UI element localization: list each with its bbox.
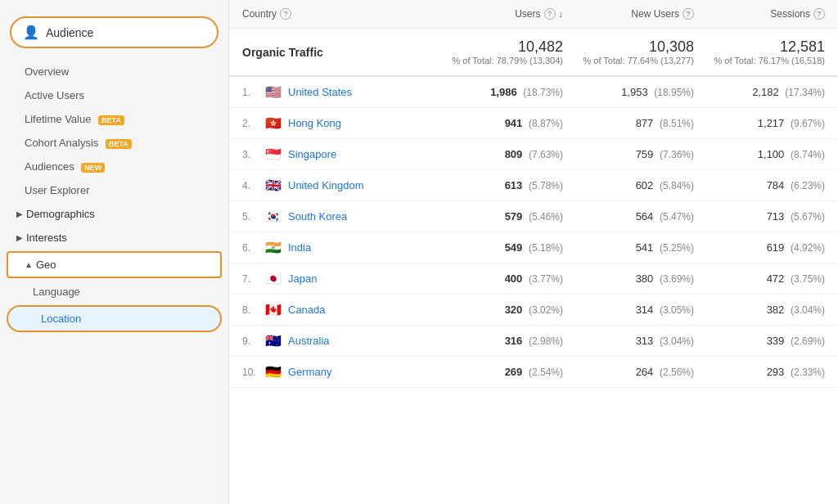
sessions-pct: (2.69%): [791, 335, 825, 347]
main-content: Country ? Users ? ↓ New Users ? Sessions…: [229, 0, 838, 504]
sidebar-item-audiences[interactable]: Audiences NEW: [0, 155, 228, 178]
users-help-icon[interactable]: ?: [544, 8, 556, 20]
users-value: 316: [505, 335, 523, 347]
new-users-cell: 877 (8.51%): [563, 117, 694, 129]
users-cell: 941 (8.87%): [432, 117, 563, 129]
organic-users-value: 10,482: [432, 38, 563, 56]
country-cell: 3. 🇸🇬 Singapore: [242, 146, 432, 162]
sessions-value: 472: [767, 272, 785, 285]
new-badge: NEW: [81, 163, 105, 173]
table-row: 2. 🇭🇰 Hong Kong 941 (8.87%) 877 (8.51%) …: [229, 108, 838, 139]
country-link[interactable]: Hong Kong: [288, 117, 341, 129]
users-pct: (5.78%): [529, 180, 563, 191]
sidebar-item-language[interactable]: Language: [0, 280, 228, 304]
sessions-value: 1,217: [758, 117, 785, 129]
new-users-cell: 313 (3.04%): [563, 335, 694, 347]
users-value: 400: [505, 272, 523, 285]
sessions-value: 784: [767, 179, 785, 191]
users-pct: (18.73%): [523, 87, 563, 98]
country-link[interactable]: Singapore: [288, 148, 336, 160]
country-link[interactable]: United States: [288, 86, 352, 98]
table-row: 4. 🇬🇧 United Kingdom 613 (5.78%) 602 (5.…: [229, 170, 838, 201]
sessions-cell: 1,217 (9.67%): [694, 117, 825, 129]
row-number: 5.: [242, 211, 259, 223]
sidebar: 👤 Audience Overview Active Users Lifetim…: [0, 0, 229, 504]
country-flag: 🇩🇪: [265, 364, 282, 380]
sessions-cell: 472 (3.75%): [694, 272, 825, 285]
new-users-pct: (5.84%): [660, 180, 694, 191]
country-link[interactable]: Canada: [288, 304, 326, 316]
new-users-cell: 759 (7.36%): [563, 148, 694, 160]
users-value: 320: [505, 304, 523, 316]
users-cell: 549 (5.18%): [432, 241, 563, 254]
sessions-help-icon[interactable]: ?: [813, 8, 825, 20]
country-cell: 2. 🇭🇰 Hong Kong: [242, 115, 432, 131]
country-flag: 🇭🇰: [265, 115, 282, 131]
sessions-pct: (4.92%): [791, 242, 825, 254]
organic-users-sub: % of Total: 78.79% (13,304): [432, 56, 563, 65]
sessions-cell: 293 (2.33%): [694, 366, 825, 378]
new-users-pct: (3.69%): [660, 273, 694, 285]
country-link[interactable]: United Kingdom: [288, 179, 364, 191]
country-flag: 🇰🇷: [265, 209, 282, 224]
sidebar-item-active-users[interactable]: Active Users: [0, 83, 228, 107]
users-pct: (8.87%): [529, 118, 563, 129]
sidebar-item-user-explorer[interactable]: User Explorer: [0, 178, 228, 202]
new-users-pct: (3.04%): [660, 335, 694, 347]
users-cell: 316 (2.98%): [432, 335, 563, 347]
country-link[interactable]: Australia: [288, 335, 330, 347]
users-value: 613: [505, 179, 523, 191]
country-cell: 6. 🇮🇳 India: [242, 240, 432, 255]
sidebar-section-demographics[interactable]: ▶ Demographics: [0, 202, 228, 226]
country-cell: 7. 🇯🇵 Japan: [242, 271, 432, 286]
table-row: 7. 🇯🇵 Japan 400 (3.77%) 380 (3.69%) 472 …: [229, 263, 838, 295]
country-cell: 5. 🇰🇷 South Korea: [242, 209, 432, 224]
row-number: 2.: [242, 118, 259, 129]
country-link[interactable]: South Korea: [288, 210, 347, 223]
country-link[interactable]: India: [288, 241, 311, 254]
arrow-icon-interests: ▶: [16, 233, 23, 242]
table-row: 1. 🇺🇸 United States 1,986 (18.73%) 1,953…: [229, 77, 838, 108]
new-users-value: 380: [636, 272, 654, 285]
sidebar-item-cohort-analysis[interactable]: Cohort Analysis BETA: [0, 131, 228, 155]
sessions-pct: (3.04%): [791, 304, 825, 316]
sessions-value: 619: [767, 241, 785, 254]
new-users-value: 1,953: [621, 86, 648, 98]
new-users-value: 264: [636, 366, 654, 378]
new-users-help-icon[interactable]: ?: [683, 8, 694, 20]
sidebar-item-lifetime-value[interactable]: Lifetime Value BETA: [0, 107, 228, 131]
sessions-cell: 713 (5.67%): [694, 210, 825, 223]
organic-sessions-stat: 12,581 % of Total: 76.17% (16,518): [694, 38, 825, 65]
sidebar-item-geo[interactable]: ▲ Geo: [7, 251, 222, 278]
sessions-pct: (5.67%): [791, 211, 825, 223]
sessions-cell: 382 (3.04%): [694, 304, 825, 316]
country-help-icon[interactable]: ?: [280, 8, 291, 20]
country-link[interactable]: Japan: [288, 272, 317, 285]
sessions-pct: (2.33%): [791, 367, 825, 378]
arrow-icon-geo: ▲: [25, 260, 33, 269]
sessions-cell: 619 (4.92%): [694, 241, 825, 254]
country-flag: 🇺🇸: [265, 84, 282, 100]
new-users-pct: (8.51%): [660, 118, 694, 129]
users-cell: 613 (5.78%): [432, 179, 563, 191]
table-header: Country ? Users ? ↓ New Users ? Sessions…: [229, 0, 838, 29]
sidebar-item-overview[interactable]: Overview: [0, 60, 228, 83]
organic-new-users-value: 10,308: [563, 38, 694, 56]
country-flag: 🇬🇧: [265, 178, 282, 193]
audience-nav-item[interactable]: 👤 Audience: [10, 16, 219, 48]
sidebar-item-location[interactable]: Location: [7, 305, 222, 332]
row-number: 3.: [242, 149, 259, 160]
new-users-value: 313: [636, 335, 654, 347]
new-users-cell: 541 (5.25%): [563, 241, 694, 254]
country-flag: 🇸🇬: [265, 146, 282, 162]
users-value: 579: [505, 210, 523, 223]
country-link[interactable]: Germany: [288, 366, 331, 378]
sidebar-section-interests[interactable]: ▶ Interests: [0, 226, 228, 250]
new-users-value: 759: [636, 148, 654, 160]
organic-users-stat: 10,482 % of Total: 78.79% (13,304): [432, 38, 563, 65]
users-value: 549: [505, 241, 523, 254]
country-flag: 🇯🇵: [265, 271, 282, 286]
users-pct: (3.02%): [529, 304, 563, 316]
new-users-value: 314: [636, 304, 654, 316]
country-cell: 4. 🇬🇧 United Kingdom: [242, 178, 432, 193]
